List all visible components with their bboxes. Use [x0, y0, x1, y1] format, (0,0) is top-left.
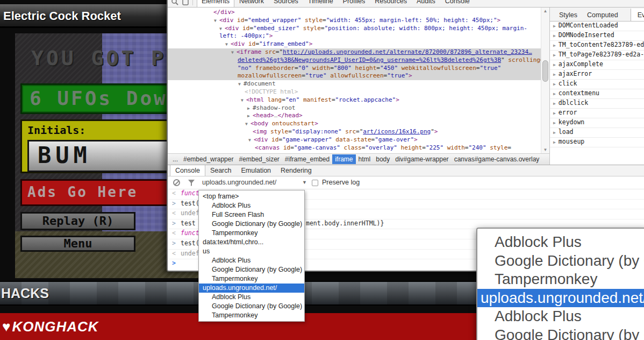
elements-tree-row[interactable]: "no" frameborder="0" width="800" height=… — [168, 65, 549, 73]
expand-arrow-icon[interactable]: ▼ — [245, 121, 251, 129]
frame-option-tampermonkey[interactable]: Tampermonkey — [199, 311, 304, 320]
devtools-tab-sources[interactable]: Sources — [269, 0, 303, 7]
expand-arrow-icon[interactable]: ▼ — [248, 137, 254, 145]
console-tab-emulation[interactable]: Emulation — [236, 165, 276, 176]
breadcrumb-item[interactable]: html — [356, 154, 374, 164]
sidebar-tab-styles[interactable]: Styles — [554, 9, 582, 21]
frame-option-adblock-plus[interactable]: Adblock Plus — [199, 293, 304, 302]
elements-tree-row[interactable]: deleted%26gt%3B&NewgroundsAPI_UserID=0&n… — [168, 56, 549, 65]
console-tab-rendering[interactable]: Rendering — [276, 165, 317, 176]
expand-arrow-icon[interactable]: ▶ — [553, 24, 556, 29]
console-tab-search[interactable]: Search — [205, 165, 237, 176]
elements-tree-row[interactable]: ▼<div id="iframe_embed"> — [168, 40, 549, 48]
devtools-tab-network[interactable]: Network — [234, 0, 269, 7]
elements-tree-row[interactable]: ▶#shadow-root — [168, 104, 549, 112]
breadcrumb-item[interactable]: canvas#game-canvas.overlay — [452, 154, 542, 164]
frame-option-full-screen-flash[interactable]: Full Screen Flash — [199, 210, 304, 219]
expand-arrow-icon[interactable]: ▶ — [553, 33, 556, 38]
breadcrumb-item[interactable]: #embed_sizer — [236, 154, 282, 164]
event-listener-row[interactable]: ▶click — [550, 80, 644, 89]
inspect-element-icon[interactable] — [171, 0, 178, 5]
elements-tree-row[interactable]: <!DOCTYPE html> — [168, 88, 549, 96]
elements-tree-row[interactable]: ▼#document — [168, 80, 549, 88]
frame-option-adblock-plus[interactable]: Adblock Plus — [199, 256, 304, 265]
device-mode-icon[interactable] — [182, 0, 189, 5]
elements-tree-row[interactable]: ▶<head>…</head> — [168, 112, 549, 120]
elements-scrollbar[interactable]: ▲ ▼ — [541, 8, 549, 153]
frame-option-us[interactable]: us — [199, 247, 304, 256]
devtools-tab-timeline[interactable]: Timeline — [303, 0, 338, 7]
konghack-logo[interactable]: ♥KONGHACK — [2, 318, 99, 335]
sidebar-tab-event-listeners[interactable]: Event Listeners — [631, 9, 644, 21]
event-listener-row[interactable]: ▶contextmenu — [550, 89, 644, 99]
elements-tree-row[interactable]: ▼<div id="embed_wrapper" style="width: 4… — [168, 17, 549, 25]
expand-arrow-icon[interactable]: ▶ — [247, 112, 253, 121]
elements-tree-row[interactable]: ▼<html lang="en" manifest="rocket.appcac… — [168, 96, 549, 104]
frame-option-adblock-plus[interactable]: Adblock Plus — [477, 233, 644, 252]
devtools-tab-console[interactable]: Console — [440, 0, 475, 7]
devtools-tab-audits[interactable]: Audits — [412, 0, 440, 7]
devtools-tab-elements[interactable]: Elements — [197, 0, 234, 7]
expand-arrow-icon[interactable]: ▼ — [214, 17, 219, 25]
frame-option-data-text-html-chro[interactable]: data:text/html,chro... — [199, 238, 304, 247]
sidebar-tab-computed[interactable]: Computed — [582, 9, 623, 21]
event-listener-row[interactable]: ▶keydown — [550, 118, 644, 128]
frame-option-uploads-ungrounded-net[interactable]: uploads.ungrounded.net/ — [199, 284, 304, 293]
event-listener-row[interactable]: ▶TM_toContent7e823789-ed2a — [550, 41, 644, 51]
expand-arrow-icon[interactable]: ▶ — [553, 101, 556, 106]
elements-tree-row[interactable]: mozallowfullscreen="true" allowfullscree… — [168, 72, 549, 80]
event-listener-row[interactable]: ▶dblclick — [550, 99, 644, 109]
event-listener-row[interactable]: ▶TM_toPage7e823789-ed2a-43 — [550, 51, 644, 60]
frame-option-tampermonkey[interactable]: Tampermonkey — [477, 270, 644, 289]
expand-arrow-icon[interactable]: ▶ — [553, 121, 556, 125]
elements-tree-row[interactable]: left: -400px;"> — [168, 32, 549, 40]
frame-option-google-dictionary-by-google[interactable]: Google Dictionary (by Google) — [199, 265, 304, 274]
expand-arrow-icon[interactable]: ▶ — [553, 43, 556, 48]
console-tab-console[interactable]: Console — [170, 165, 205, 176]
chevron-down-icon[interactable]: ▼ — [302, 180, 307, 185]
replay-button[interactable]: Replay (R) — [20, 212, 135, 230]
breadcrumb-item[interactable]: ... — [170, 154, 181, 164]
elements-tree-row[interactable]: <canvas id="game-canvas" class="overlay"… — [168, 144, 549, 152]
event-listener-row[interactable]: ▶ajaxError — [550, 70, 644, 80]
frame-option-tampermonkey[interactable]: Tampermonkey — [199, 274, 304, 284]
expand-arrow-icon[interactable]: ▼ — [219, 25, 225, 33]
execution-context-selector[interactable]: uploads.ungrounded.net/ — [202, 179, 276, 186]
expand-arrow-icon[interactable]: ▼ — [238, 81, 244, 89]
elements-tree-row[interactable]: ▼<body ontouchstart> — [168, 120, 549, 128]
frame-option-top-frame[interactable]: <top frame> — [199, 192, 304, 201]
clear-console-icon[interactable] — [173, 179, 180, 186]
scrollbar-thumb[interactable] — [542, 60, 548, 82]
scroll-up-icon[interactable]: ▲ — [541, 8, 549, 15]
expand-arrow-icon[interactable]: ▶ — [553, 82, 556, 87]
expand-arrow-icon[interactable]: ▶ — [553, 111, 556, 116]
elements-tree-row[interactable]: ▼<div id="game-wrapper" data-state="game… — [168, 136, 549, 144]
expand-arrow-icon[interactable]: ▶ — [553, 62, 556, 67]
frame-option-google-dictionary-by-google[interactable]: Google Dictionary (by Google) — [199, 219, 304, 229]
elements-tree-row[interactable]: </div> — [168, 9, 549, 17]
frame-option-adblock-plus[interactable]: Adblock Plus — [199, 201, 304, 210]
breadcrumb-item[interactable]: body — [373, 154, 392, 164]
expand-arrow-icon[interactable]: ▼ — [231, 49, 237, 57]
breadcrumb-item[interactable]: #iframe_embed — [282, 154, 332, 164]
event-listener-row[interactable]: ▶mouseup — [550, 138, 644, 147]
expand-arrow-icon[interactable]: ▶ — [247, 105, 253, 113]
breadcrumb-item[interactable]: #embed_wrapper — [181, 154, 236, 164]
expand-arrow-icon[interactable]: ▶ — [553, 72, 556, 77]
scroll-down-icon[interactable]: ▼ — [541, 146, 549, 153]
expand-arrow-icon[interactable]: ▼ — [225, 41, 231, 49]
event-listener-row[interactable]: ▶error — [550, 109, 644, 118]
frame-option-adblock-plus[interactable]: Adblock Plus — [477, 307, 644, 326]
breadcrumb-item[interactable]: div#game-wrapper — [392, 154, 451, 164]
expand-arrow-icon[interactable]: ▼ — [241, 97, 246, 105]
event-listener-row[interactable]: ▶DOMNodeInserted — [550, 31, 644, 41]
devtools-tab-profiles[interactable]: Profiles — [338, 0, 370, 7]
elements-tree-row[interactable]: ▼<div id="embed_sizer" style="position: … — [168, 25, 549, 33]
frame-option-uploads-ungrounded-net[interactable]: uploads.ungrounded.net/ — [477, 289, 644, 308]
filter-icon[interactable] — [188, 179, 195, 187]
expand-arrow-icon[interactable]: ▶ — [553, 130, 556, 135]
event-listener-row[interactable]: ▶DOMContentLoaded — [550, 22, 644, 31]
frame-option-google-dictionary-by-google[interactable]: Google Dictionary (by Google) — [199, 302, 304, 311]
frame-option-tampermonkey[interactable]: Tampermonkey — [199, 229, 304, 238]
frame-option-google-dictionary-by-google[interactable]: Google Dictionary (by Google) — [477, 326, 644, 340]
